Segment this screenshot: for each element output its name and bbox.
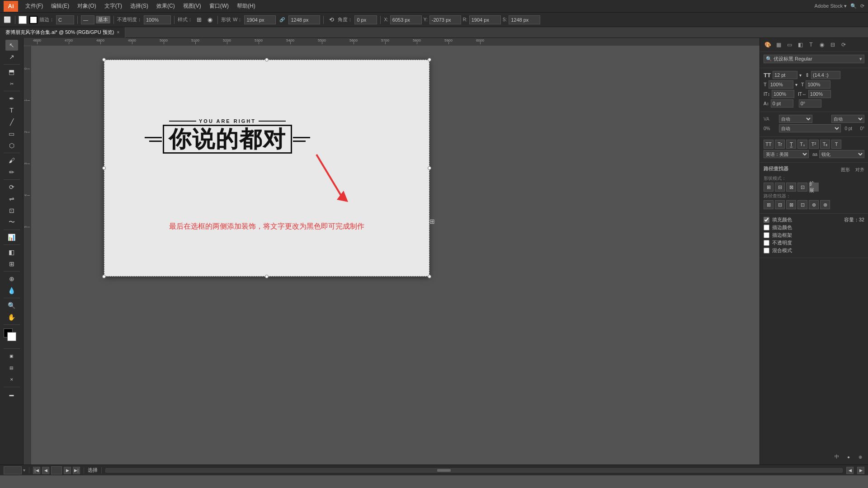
blend-checkbox[interactable] <box>764 248 769 253</box>
pf4-btn[interactable]: ⊡ <box>797 200 807 209</box>
unite-btn[interactable]: ⊞ <box>764 183 774 192</box>
warp-tool[interactable]: 〜 <box>5 217 18 228</box>
stroke-color-checkbox[interactable] <box>764 225 769 230</box>
panel-swatch-icon[interactable]: ▦ <box>774 40 783 50</box>
gradient-mode-btn[interactable]: ▤ <box>5 362 18 373</box>
panel-type-icon[interactable]: T <box>806 40 816 50</box>
panel-transform-icon[interactable]: ⟳ <box>839 40 849 50</box>
menu-file[interactable]: 文件(F) <box>22 1 47 11</box>
tx-btn[interactable]: Tₓ <box>797 140 807 149</box>
brush-tool[interactable]: 🖌 <box>5 155 18 166</box>
fill-color-checkbox[interactable] <box>764 217 769 223</box>
height-input[interactable] <box>288 15 320 24</box>
tab-close-btn[interactable]: × <box>117 30 119 35</box>
pf2-btn[interactable]: ⊟ <box>775 200 785 209</box>
stroke-mode-btn[interactable]: ▣ <box>5 351 18 361</box>
opacity-checkbox[interactable] <box>764 240 769 246</box>
rotation-input[interactable] <box>799 99 821 108</box>
transform-icon[interactable]: ⟲ <box>327 15 336 24</box>
hand-tool[interactable]: ✋ <box>5 312 18 323</box>
va-select[interactable]: 自动 <box>779 115 812 123</box>
panel-color-icon[interactable]: 🎨 <box>763 40 773 50</box>
x-input[interactable] <box>390 15 422 24</box>
font-size-input[interactable] <box>773 71 797 79</box>
menu-type[interactable]: 文字(T) <box>101 1 126 11</box>
pf6-btn[interactable]: ⊗ <box>820 200 830 209</box>
bottom-center-btn[interactable]: 中 <box>832 452 842 462</box>
tracking-stepper[interactable]: ▾ <box>795 82 797 87</box>
angle-input[interactable] <box>354 15 377 24</box>
fill-swatch[interactable] <box>19 16 27 24</box>
y-input[interactable] <box>429 15 461 24</box>
menu-effect[interactable]: 效果(C) <box>153 1 179 11</box>
select-tool[interactable]: ↖ <box>5 40 18 51</box>
zero-select[interactable]: 自动 <box>779 124 841 132</box>
menu-view[interactable]: 视图(V) <box>179 1 205 11</box>
transform-tool[interactable]: ⊡ <box>5 205 18 216</box>
first-page-btn[interactable]: |◀ <box>33 467 40 474</box>
stroke-frame-checkbox[interactable] <box>764 232 769 238</box>
panel-align-icon[interactable]: ⊟ <box>828 40 838 50</box>
search-icon[interactable]: 🔍 <box>850 3 857 9</box>
adobe-stock-link[interactable]: Adobe Stock ▾ <box>815 3 847 9</box>
bottom-dot-btn[interactable]: ● <box>844 452 854 462</box>
stroke-dropdown[interactable] <box>81 15 94 24</box>
font-size-stepper[interactable]: ▾ <box>799 73 802 78</box>
shape-icon[interactable]: ⬜ <box>3 15 12 24</box>
eyedrop-tool[interactable]: 💧 <box>5 285 18 296</box>
tr-btn[interactable]: Tr <box>775 140 785 149</box>
expand-btn[interactable]: 扩展 <box>809 183 819 192</box>
pen-tool[interactable]: ✒ <box>5 93 18 104</box>
auto2-select[interactable]: 自动 <box>831 115 865 123</box>
gradient-tool[interactable]: ◧ <box>5 247 18 258</box>
mesh-tool[interactable]: ⊞ <box>5 258 18 269</box>
zoom-dropdown[interactable]: ▾ <box>23 468 25 473</box>
sync-icon[interactable]: ⟳ <box>860 3 864 9</box>
intersect-btn[interactable]: ⊠ <box>786 183 796 192</box>
last-page-btn[interactable]: ▶| <box>73 467 80 474</box>
draw-normal-btn[interactable]: ▬ <box>5 389 18 400</box>
stroke-input[interactable] <box>56 15 74 24</box>
r-input[interactable] <box>469 15 501 24</box>
graph-tool[interactable]: 📊 <box>5 232 18 243</box>
style-circle-icon[interactable]: ◉ <box>205 15 214 24</box>
aa-select[interactable]: 锐化 <box>819 150 864 158</box>
slice-tool[interactable]: ✂ <box>5 78 18 89</box>
kerning-input[interactable] <box>806 80 830 89</box>
pf5-btn[interactable]: ⊕ <box>809 200 819 209</box>
font-dropdown-icon[interactable]: ▾ <box>859 56 862 62</box>
rect-tool[interactable]: ▭ <box>5 128 18 139</box>
panel-gradient-icon[interactable]: ◧ <box>795 40 805 50</box>
next-page-btn[interactable]: ▶ <box>64 467 71 474</box>
none-mode-btn[interactable]: ✕ <box>5 374 18 385</box>
menu-window[interactable]: 窗口(W) <box>206 1 232 11</box>
stroke-swatch[interactable] <box>29 16 38 24</box>
line-tool[interactable]: ╱ <box>5 117 18 127</box>
scroll-left-btn[interactable]: ◀ <box>846 467 854 474</box>
rotate-tool[interactable]: ⟳ <box>5 182 18 192</box>
t-sup-btn[interactable]: T² <box>809 140 819 149</box>
s-input[interactable] <box>509 15 540 24</box>
direct-select-tool[interactable]: ↗ <box>5 52 18 62</box>
baseline-input[interactable] <box>771 99 793 108</box>
menu-select[interactable]: 选择(S) <box>127 1 152 11</box>
scroll-right-btn[interactable]: ▶ <box>857 467 864 474</box>
tt-btn[interactable]: TT <box>764 140 774 149</box>
menu-object[interactable]: 对象(O) <box>74 1 99 11</box>
width-input[interactable] <box>244 15 276 24</box>
horizontal-scrollbar[interactable] <box>105 468 843 473</box>
t-dot-btn[interactable]: T̲ <box>786 140 796 149</box>
scrollbar-thumb[interactable] <box>437 469 451 472</box>
panel-stroke-icon[interactable]: ▭ <box>784 40 794 50</box>
vert-scale-input[interactable] <box>772 90 794 98</box>
menu-edit[interactable]: 编辑(E) <box>47 1 73 11</box>
pf1-btn[interactable]: ⊞ <box>764 200 774 209</box>
document-tab[interactable]: 赛博朋克风字体合集.ai* @ 50% (RGB/GPU 预览) × <box>0 27 125 38</box>
artboard-tool[interactable]: ⬒ <box>5 66 18 77</box>
page-input[interactable]: 1 <box>51 466 62 474</box>
t-upper-btn[interactable]: T <box>831 140 841 149</box>
opacity-input[interactable] <box>144 15 171 24</box>
minus-btn[interactable]: ⊟ <box>775 183 785 192</box>
pf3-btn[interactable]: ⊠ <box>786 200 796 209</box>
background-color[interactable] <box>7 332 16 341</box>
